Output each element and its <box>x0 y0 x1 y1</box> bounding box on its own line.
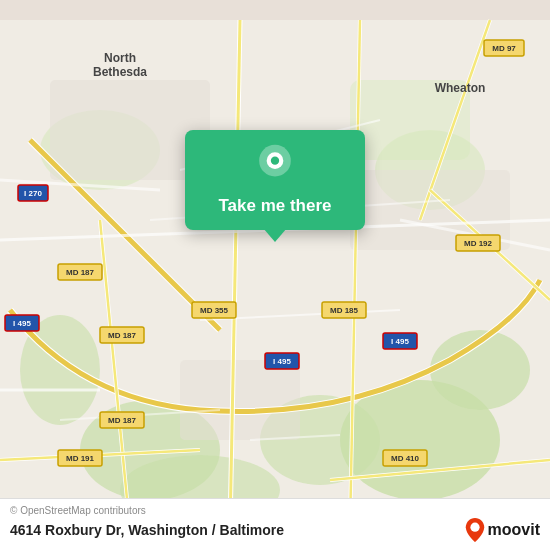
svg-text:I 495: I 495 <box>273 357 291 366</box>
svg-text:MD 410: MD 410 <box>391 454 420 463</box>
svg-text:Bethesda: Bethesda <box>93 65 147 79</box>
svg-point-70 <box>470 523 479 532</box>
svg-text:North: North <box>104 51 136 65</box>
copyright-text: © OpenStreetMap contributors <box>10 505 540 516</box>
moovit-text: moovit <box>488 521 540 539</box>
moovit-pin-icon <box>465 518 485 542</box>
svg-text:I 495: I 495 <box>391 337 409 346</box>
map-pin-icon <box>253 142 297 186</box>
svg-rect-12 <box>180 360 300 440</box>
take-me-there-button[interactable]: Take me there <box>202 190 347 230</box>
svg-text:MD 187: MD 187 <box>108 331 137 340</box>
moovit-logo: moovit <box>465 518 540 542</box>
bottom-info-bar: © OpenStreetMap contributors 4614 Roxbur… <box>0 498 550 550</box>
svg-text:MD 355: MD 355 <box>200 306 229 315</box>
svg-text:MD 185: MD 185 <box>330 306 359 315</box>
svg-text:I 495: I 495 <box>13 319 31 328</box>
map-container: I 270 I 495 I 495 I 495 MD 97 MD 187 MD … <box>0 0 550 550</box>
svg-text:MD 97: MD 97 <box>492 44 516 53</box>
svg-text:I 270: I 270 <box>24 189 42 198</box>
svg-text:Wheaton: Wheaton <box>435 81 486 95</box>
destination-tooltip[interactable]: Take me there <box>185 130 365 230</box>
svg-text:MD 191: MD 191 <box>66 454 95 463</box>
svg-text:MD 192: MD 192 <box>464 239 493 248</box>
svg-text:MD 187: MD 187 <box>108 416 137 425</box>
svg-point-69 <box>271 157 279 165</box>
svg-text:MD 187: MD 187 <box>66 268 95 277</box>
address-label: 4614 Roxbury Dr, Washington / Baltimore <box>10 522 284 538</box>
